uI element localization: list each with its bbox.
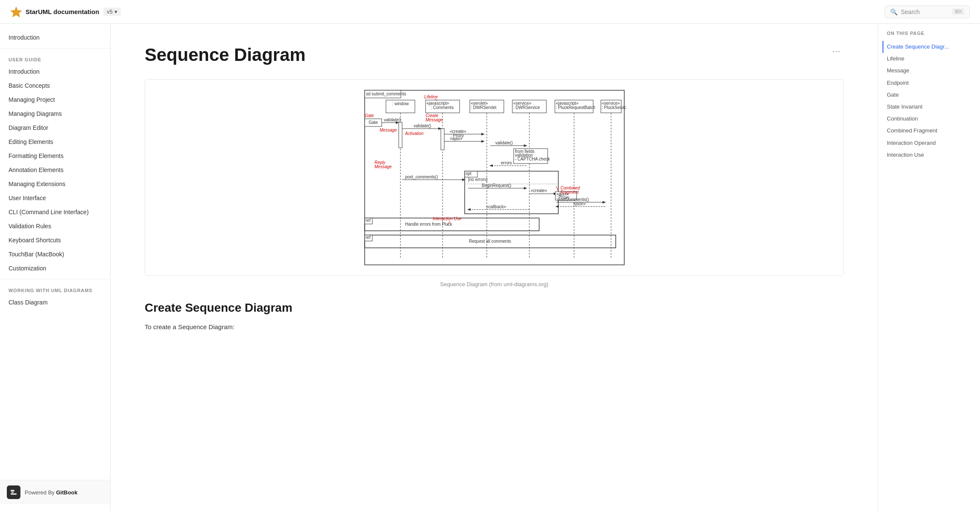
toc-item-message[interactable]: Message bbox=[887, 65, 971, 77]
search-icon: 🔍 bbox=[890, 9, 897, 15]
svg-text:ref: ref bbox=[366, 218, 371, 223]
svg-text:Request all comments: Request all comments bbox=[469, 239, 511, 244]
svg-text:post_comments(): post_comments() bbox=[405, 175, 438, 179]
toc-item-state-invariant[interactable]: State Invariant bbox=[887, 101, 971, 113]
sidebar-item-keyboard-shortcuts[interactable]: Keyboard Shortcuts bbox=[0, 233, 110, 247]
toc-item-endpoint[interactable]: Endpoint bbox=[887, 77, 971, 89]
svg-text:Interaction Use: Interaction Use bbox=[433, 216, 462, 221]
svg-text:Message: Message bbox=[374, 164, 392, 169]
search-box[interactable]: 🔍 Search ⌘K bbox=[885, 6, 970, 18]
svg-text:Handle errors from Pluck: Handle errors from Pluck bbox=[405, 222, 453, 227]
svg-text:: PluckService: : PluckService bbox=[602, 105, 626, 110]
svg-text:«json»: «json» bbox=[573, 201, 586, 206]
toc-item-interaction-use[interactable]: Interaction Use bbox=[887, 149, 971, 161]
sidebar: Introduction USER GUIDE Introduction Bas… bbox=[0, 24, 111, 511]
search-placeholder: Search bbox=[901, 9, 949, 15]
svg-text:: DWRServlet: : DWRServlet bbox=[471, 105, 497, 110]
svg-text:«ajax»: «ajax» bbox=[450, 136, 463, 141]
svg-text:Fragment: Fragment bbox=[560, 190, 579, 195]
svg-text:Activation: Activation bbox=[405, 131, 424, 136]
svg-rect-1 bbox=[11, 494, 17, 495]
version-badge[interactable]: v5 ▾ bbox=[103, 8, 121, 16]
sidebar-item-introduction-top[interactable]: Introduction bbox=[0, 31, 110, 45]
on-this-page-title: ON THIS PAGE bbox=[887, 31, 971, 36]
sidebar-footer[interactable]: Powered By GitBook bbox=[0, 480, 110, 504]
main-content: ⋯ Sequence Diagram bbox=[111, 24, 878, 511]
svg-marker-3 bbox=[11, 491, 14, 494]
svg-text:BeginRequest(): BeginRequest() bbox=[482, 183, 511, 188]
toc-item-gate[interactable]: Gate bbox=[887, 89, 971, 101]
svg-text:«create»: «create» bbox=[531, 188, 547, 193]
svg-text:ref: ref bbox=[366, 235, 371, 240]
diagram-image: sd submit_comments : window «javascript»… bbox=[145, 80, 843, 276]
svg-text:- CAPTCHA check: - CAPTCHA check bbox=[515, 157, 550, 161]
header: StarUML documentation v5 ▾ 🔍 Search ⌘K bbox=[0, 0, 980, 24]
sequence-diagram-svg: sd submit_comments : window «javascript»… bbox=[363, 88, 626, 267]
sidebar-item-editing-elements[interactable]: Editing Elements bbox=[0, 135, 110, 149]
toc-item-continuation[interactable]: Continuation bbox=[887, 113, 971, 125]
create-section-text: To create a Sequence Diagram: bbox=[145, 322, 844, 333]
logo[interactable]: StarUML documentation bbox=[10, 6, 99, 18]
right-sidebar: ON THIS PAGE Create Sequence Diagr... Li… bbox=[878, 24, 980, 511]
sidebar-section-user-guide: USER GUIDE bbox=[0, 52, 110, 65]
sidebar-item-validation-rules[interactable]: Validation Rules bbox=[0, 219, 110, 233]
svg-text:Lifeline: Lifeline bbox=[424, 95, 438, 99]
sidebar-item-managing-diagrams[interactable]: Managing Diagrams bbox=[0, 107, 110, 121]
svg-text:«callback»: «callback» bbox=[486, 204, 506, 209]
sidebar-item-introduction[interactable]: Introduction bbox=[0, 65, 110, 79]
sidebar-item-managing-project[interactable]: Managing Project bbox=[0, 93, 110, 107]
svg-text:validate(): validate() bbox=[414, 123, 431, 128]
header-left: StarUML documentation v5 ▾ bbox=[10, 6, 121, 18]
gitbook-brand: GitBook bbox=[56, 489, 78, 496]
gitbook-logo-svg bbox=[10, 488, 17, 496]
svg-rect-34 bbox=[399, 122, 402, 148]
svg-text:: Comments: : Comments bbox=[431, 105, 454, 110]
svg-text:Message: Message bbox=[380, 128, 397, 132]
diagram-caption: Sequence Diagram (from uml-diagrams.org) bbox=[145, 281, 844, 287]
sidebar-scrollable: Introduction USER GUIDE Introduction Bas… bbox=[0, 31, 110, 480]
toc-item-interaction-operand[interactable]: Interaction Operand bbox=[887, 137, 971, 149]
svg-text:validate(): validate() bbox=[495, 141, 513, 145]
toc-item-combined-fragment[interactable]: Combined Fragment bbox=[887, 125, 971, 137]
sidebar-divider-2 bbox=[0, 279, 110, 279]
svg-text:Gate: Gate bbox=[369, 120, 378, 125]
svg-rect-2 bbox=[11, 490, 14, 491]
svg-text:validate(): validate() bbox=[384, 118, 401, 122]
sidebar-item-cli[interactable]: CLI (Command Line Interface) bbox=[0, 205, 110, 219]
version-text: v5 bbox=[107, 9, 113, 15]
sidebar-section-uml: WORKING WITH UML DIAGRAMS bbox=[0, 283, 110, 296]
logo-title: StarUML documentation bbox=[26, 8, 99, 15]
sidebar-item-class-diagram[interactable]: Class Diagram bbox=[0, 296, 110, 310]
toc-list: Create Sequence Diagr... Lifeline Messag… bbox=[887, 41, 971, 161]
sidebar-item-managing-extensions[interactable]: Managing Extensions bbox=[0, 177, 110, 191]
more-options-button[interactable]: ⋯ bbox=[829, 44, 844, 58]
sidebar-item-annotation-elements[interactable]: Annotation Elements bbox=[0, 163, 110, 177]
svg-marker-0 bbox=[11, 7, 22, 17]
svg-text:: DWRService: : DWRService bbox=[513, 105, 540, 110]
svg-rect-35 bbox=[441, 129, 444, 150]
svg-text:: PluckRequestBatch: : PluckRequestBatch bbox=[556, 105, 595, 110]
svg-text:errors: errors bbox=[501, 161, 512, 165]
main-container: Introduction USER GUIDE Introduction Bas… bbox=[0, 24, 980, 511]
sidebar-item-basic-concepts[interactable]: Basic Concepts bbox=[0, 79, 110, 93]
sidebar-divider-1 bbox=[0, 48, 110, 49]
svg-text:opt: opt bbox=[466, 171, 471, 176]
sidebar-item-customization[interactable]: Customization bbox=[0, 261, 110, 276]
sidebar-footer-text: Powered By GitBook bbox=[25, 489, 77, 496]
sidebar-item-user-interface[interactable]: User Interface bbox=[0, 191, 110, 205]
page-title: Sequence Diagram bbox=[145, 44, 844, 66]
svg-text:Gate: Gate bbox=[365, 113, 374, 118]
chevron-down-icon: ▾ bbox=[114, 9, 117, 15]
sidebar-item-diagram-editor[interactable]: Diagram Editor bbox=[0, 121, 110, 135]
svg-text:: window: : window bbox=[392, 101, 409, 106]
toc-item-create[interactable]: Create Sequence Diagr... bbox=[883, 41, 971, 53]
toc-item-lifeline[interactable]: Lifeline bbox=[887, 53, 971, 65]
svg-text:sd submit_comments: sd submit_comments bbox=[366, 92, 406, 96]
sidebar-item-formatting-elements[interactable]: Formatting Elements bbox=[0, 149, 110, 163]
svg-text:Message: Message bbox=[426, 118, 443, 122]
gitbook-icon bbox=[7, 485, 20, 499]
powered-by-text: Powered By bbox=[25, 489, 54, 496]
diagram-container: sd submit_comments : window «javascript»… bbox=[145, 79, 844, 276]
create-section-title: Create Sequence Diagram bbox=[145, 301, 844, 315]
sidebar-item-touchbar[interactable]: TouchBar (MacBook) bbox=[0, 247, 110, 261]
